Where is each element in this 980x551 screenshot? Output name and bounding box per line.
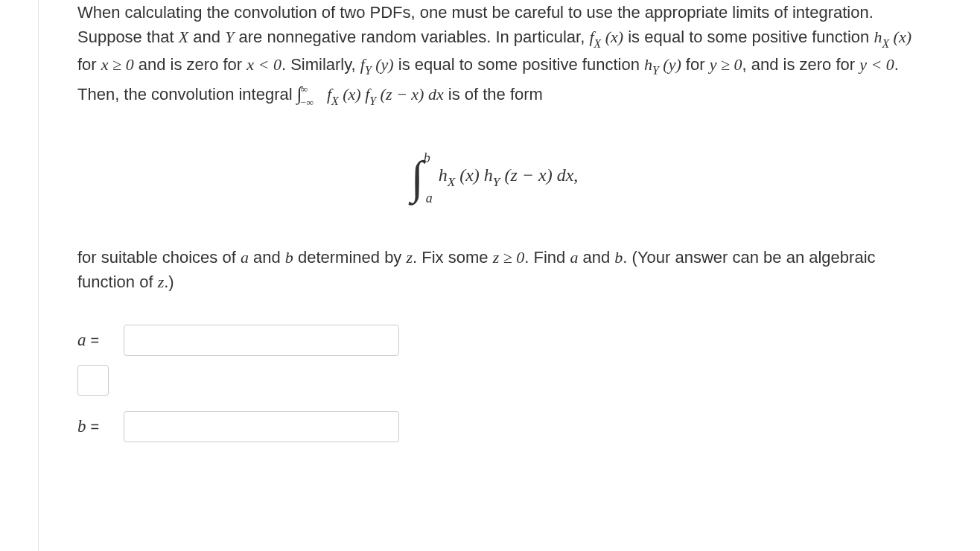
math-Y: Y (225, 28, 234, 46)
math-fY: fY (y) (360, 55, 394, 74)
math-fX: fX (x) (589, 28, 623, 46)
text: for (77, 55, 101, 74)
answer-input-a[interactable] (124, 325, 399, 356)
answer-inputs-section: a= b= (77, 325, 911, 442)
math-xlt0: x < 0 (246, 55, 281, 74)
input-row-b: b= (77, 411, 911, 442)
text: and (578, 248, 614, 267)
integral-upper-limit: b (424, 151, 430, 165)
integrand: hX (x) hY (z − x) dx, (439, 165, 579, 189)
problem-paragraph-1: When calculating the convolution of two … (77, 0, 911, 109)
math-xge0: x ≥ 0 (101, 55, 134, 74)
answer-input-b[interactable] (124, 411, 399, 442)
text: is equal to some positive function (623, 28, 874, 46)
problem-paragraph-2: for suitable choices of a and b determin… (77, 245, 911, 295)
label-b: b= (77, 417, 113, 436)
text: are nonnegative random variables. In par… (234, 28, 589, 46)
math-a2: a (570, 248, 578, 267)
text: and is zero for (134, 55, 247, 74)
text: and (249, 248, 285, 267)
integral-symbol: ∫ b a (411, 154, 424, 200)
label-a: a= (77, 331, 113, 350)
text: . Find (524, 248, 570, 267)
input-row-a: a= (77, 325, 911, 356)
integral-lower-limit: a (426, 191, 433, 205)
math-zge0: z ≥ 0 (493, 248, 525, 267)
math-ylt0: y < 0 (859, 55, 894, 74)
text: is equal to some positive function (394, 55, 644, 74)
math-X: X (179, 28, 188, 46)
math-b: b (285, 248, 293, 267)
math-z: z (406, 248, 413, 267)
math-inline-integral: ∫∞−∞ fX (x) fY (z − x) dx (297, 85, 444, 103)
math-a: a (241, 248, 249, 267)
math-hY: hY (y) (644, 55, 681, 74)
display-equation: ∫ b a hX (x) hY (z − x) dx, (77, 154, 911, 200)
math-z2: z (158, 273, 165, 291)
text: for suitable choices of (77, 248, 241, 267)
math-hX: hX (x) (874, 28, 911, 46)
math-b2: b (614, 248, 623, 267)
text: , and is zero for (742, 55, 859, 74)
feedback-placeholder-a[interactable] (77, 365, 109, 396)
text: . Fix some (413, 248, 493, 267)
text: for (681, 55, 710, 74)
text: and (188, 28, 225, 46)
text: .) (164, 273, 174, 291)
text: . Similarly, (281, 55, 360, 74)
text: is of the form (444, 85, 543, 103)
math-yge0: y ≥ 0 (710, 55, 742, 74)
text: determined by (293, 248, 407, 267)
